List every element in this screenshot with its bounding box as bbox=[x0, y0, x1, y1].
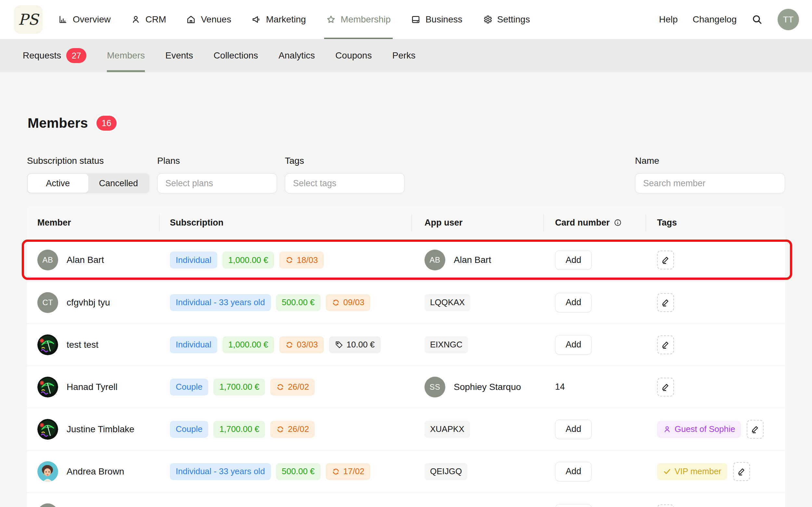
tags-cell bbox=[646, 378, 785, 396]
price-badge: 1,000.00 € bbox=[223, 251, 274, 269]
edit-tags-button[interactable] bbox=[733, 462, 750, 481]
edit-tags-button[interactable] bbox=[657, 504, 674, 507]
info-icon[interactable] bbox=[614, 218, 622, 227]
search-member-input[interactable] bbox=[635, 173, 785, 193]
search-icon[interactable] bbox=[752, 14, 763, 25]
tab-members[interactable]: Members bbox=[107, 39, 145, 72]
brand-logo[interactable]: PS bbox=[14, 5, 43, 34]
nav-item-membership[interactable]: Membership bbox=[326, 0, 391, 39]
nav-item-business[interactable]: Business bbox=[411, 0, 462, 39]
tab-collections[interactable]: Collections bbox=[214, 39, 258, 72]
user-avatar[interactable]: TT bbox=[777, 9, 799, 30]
table-row[interactable]: test testIndividual1,000.00 €03/0310.00 … bbox=[27, 323, 785, 365]
name-label: Name bbox=[635, 156, 785, 166]
subscription-cell: Couple1,700.00 €26/02 bbox=[159, 379, 412, 396]
nav-item-label: Business bbox=[426, 14, 462, 25]
card-number-cell: Add bbox=[543, 462, 646, 481]
badge-label: 1,000.00 € bbox=[228, 340, 268, 350]
table-row[interactable]: ABAlan BartIndividual1,000.00 €18/03ABAl… bbox=[27, 239, 785, 281]
subscription-cell: Individual1,000.00 €18/03 bbox=[159, 251, 412, 269]
table-row[interactable]: Hanad TyrellCouple1,700.00 €26/02SSSophi… bbox=[27, 365, 785, 408]
edit-tags-button[interactable] bbox=[657, 378, 674, 396]
add-card-number-button[interactable]: Add bbox=[555, 293, 592, 312]
pencil-icon bbox=[661, 256, 670, 265]
tag-label: VIP member bbox=[675, 466, 722, 476]
refresh-icon bbox=[276, 383, 285, 391]
app-user-code: QEIJGQ bbox=[425, 463, 467, 480]
page-header: Members 16 bbox=[27, 115, 785, 131]
edit-tags-button[interactable] bbox=[657, 335, 674, 354]
table-body: ABAlan BartIndividual1,000.00 €18/03ABAl… bbox=[27, 239, 785, 507]
tags-cell: Guest of Sophie bbox=[646, 420, 785, 439]
guest-tag-badge: Guest of Sophie bbox=[657, 421, 741, 438]
table-row[interactable]: CTcfgvhbj tyuIndividual - 33 years old50… bbox=[27, 281, 785, 323]
table-row[interactable]: Add bbox=[27, 492, 785, 507]
plans-select[interactable]: Select plans bbox=[157, 173, 277, 193]
requests-count-badge: 27 bbox=[66, 48, 86, 63]
add-card-number-button[interactable]: Add bbox=[555, 504, 592, 507]
status-option-cancelled[interactable]: Cancelled bbox=[88, 174, 149, 193]
edit-tags-button[interactable] bbox=[657, 250, 674, 269]
tags-cell bbox=[646, 293, 785, 312]
member-cell: Andrea Brown bbox=[27, 461, 159, 482]
card-number-cell: Add bbox=[543, 419, 646, 439]
member-cell: Justine Timblake bbox=[27, 419, 159, 440]
tab-requests[interactable]: Requests27 bbox=[23, 39, 86, 72]
tab-coupons[interactable]: Coupons bbox=[335, 39, 372, 72]
table-row[interactable]: Justine TimblakeCouple1,700.00 €26/02XUA… bbox=[27, 408, 785, 450]
bar-chart-icon bbox=[58, 15, 68, 24]
nav-item-marketing[interactable]: Marketing bbox=[251, 0, 306, 39]
membership-subnav: Requests27MembersEventsCollectionsAnalyt… bbox=[0, 39, 812, 72]
check-icon bbox=[663, 467, 671, 476]
plan-badge: Couple bbox=[170, 421, 208, 438]
add-card-number-button[interactable]: Add bbox=[555, 419, 592, 439]
badge-label: Couple bbox=[176, 382, 202, 392]
tags-cell: VIP member bbox=[646, 462, 785, 481]
renewal-badge: 03/03 bbox=[279, 336, 324, 353]
nav-item-venues[interactable]: Venues bbox=[186, 0, 231, 39]
tab-perks[interactable]: Perks bbox=[392, 39, 416, 72]
home-icon bbox=[186, 15, 196, 24]
tab-analytics[interactable]: Analytics bbox=[279, 39, 315, 72]
member-name: Andrea Brown bbox=[67, 466, 124, 477]
members-page: Members 16 Subscription status Active Ca… bbox=[0, 115, 812, 507]
top-navigation: PS OverviewCRMVenuesMarketingMembershipB… bbox=[0, 0, 812, 39]
edit-tags-button[interactable] bbox=[747, 420, 764, 439]
app-user-code: XUAPKX bbox=[425, 421, 470, 438]
app-user-name: Sophiey Starquo bbox=[454, 382, 521, 392]
filter-subscription-status: Subscription status Active Cancelled bbox=[27, 156, 149, 193]
member-cell: Hanad Tyrell bbox=[27, 377, 159, 397]
add-card-number-button[interactable]: Add bbox=[555, 335, 592, 354]
plan-badge: Individual - 33 years old bbox=[170, 294, 271, 311]
tab-events[interactable]: Events bbox=[165, 39, 193, 72]
add-card-number-button[interactable]: Add bbox=[555, 462, 592, 481]
nav-item-overview[interactable]: Overview bbox=[58, 0, 111, 39]
refresh-icon bbox=[332, 298, 340, 307]
tags-cell bbox=[646, 504, 785, 507]
refresh-icon bbox=[285, 341, 294, 349]
changelog-link[interactable]: Changelog bbox=[693, 14, 737, 25]
add-card-number-button[interactable]: Add bbox=[555, 250, 592, 270]
member-cell bbox=[27, 503, 159, 507]
badge-label: 1,700.00 € bbox=[219, 382, 259, 392]
tab-label: Collections bbox=[214, 50, 258, 61]
edit-tags-button[interactable] bbox=[657, 293, 674, 312]
card-number-cell: Add bbox=[543, 250, 646, 270]
tags-select[interactable]: Select tags bbox=[285, 173, 405, 193]
refresh-icon bbox=[332, 467, 340, 476]
status-option-active[interactable]: Active bbox=[27, 174, 88, 193]
tag-icon bbox=[335, 341, 343, 349]
app-user-cell: SSSophiey Starquo bbox=[412, 377, 543, 397]
table-row[interactable]: Andrea BrownIndividual - 33 years old500… bbox=[27, 450, 785, 492]
member-name: Justine Timblake bbox=[67, 424, 134, 435]
nav-item-crm[interactable]: CRM bbox=[131, 0, 166, 39]
member-cell: CTcfgvhbj tyu bbox=[27, 292, 159, 313]
person-icon bbox=[663, 425, 671, 434]
column-app-user: App user bbox=[412, 206, 543, 239]
badge-label: 26/02 bbox=[288, 424, 309, 434]
help-link[interactable]: Help bbox=[659, 14, 678, 25]
app-user-code: LQQKAX bbox=[425, 294, 470, 311]
nav-item-settings[interactable]: Settings bbox=[483, 0, 530, 39]
price-badge: 1,700.00 € bbox=[213, 379, 265, 396]
chevron-down-icon bbox=[262, 179, 270, 187]
